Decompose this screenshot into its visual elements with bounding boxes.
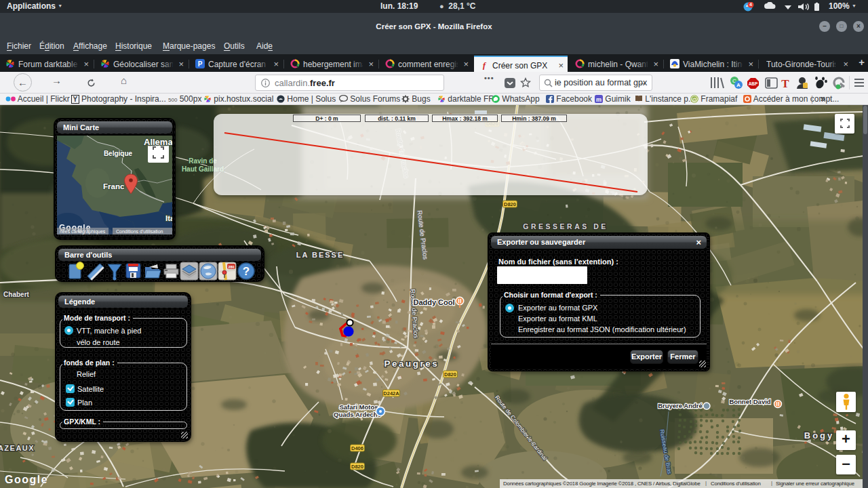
svg-text:D820: D820 (444, 371, 456, 378)
svg-text:@: @ (692, 96, 697, 102)
svg-text:Ravin de: Ravin de (189, 157, 217, 165)
svg-text:D406: D406 (351, 445, 363, 451)
svg-text:AZEAUX: AZEAUX (0, 444, 35, 452)
svg-text:T: T (781, 77, 789, 90)
svg-text:4: 4 (749, 2, 752, 7)
svg-text:f: f (483, 60, 487, 70)
svg-text:280: 280 (228, 265, 234, 269)
svg-text:A: A (736, 82, 741, 88)
svg-text:Conditions d'utilisation: Conditions d'utilisation (116, 229, 163, 234)
svg-text:Peaugres: Peaugres (384, 359, 439, 369)
svg-text:Chabert: Chabert (3, 291, 29, 298)
svg-text:Google: Google (5, 474, 48, 485)
svg-text:D242A: D242A (383, 390, 399, 396)
svg-text:m: m (596, 96, 601, 103)
svg-text:Daddy Cool: Daddy Cool (413, 298, 454, 306)
svg-text:ABP: ABP (749, 81, 758, 86)
svg-text:P: P (198, 60, 203, 68)
svg-text:D820: D820 (504, 201, 516, 207)
svg-text:GRESSERAS DE: GRESSERAS DE (523, 222, 608, 230)
svg-text:Safari Motos: Safari Motos (339, 403, 378, 411)
svg-text:Ita: Ita (165, 214, 172, 222)
svg-text:?: ? (243, 265, 250, 278)
svg-text:Bonnet David: Bonnet David (729, 398, 770, 405)
svg-text:Quads Ardeche: Quads Ardeche (334, 411, 381, 418)
svg-text:Belgique: Belgique (104, 150, 133, 157)
svg-text:LA BESSE: LA BESSE (296, 251, 344, 259)
svg-text:Allemagn: Allemagn (144, 137, 172, 147)
svg-text:Bogy: Bogy (804, 430, 835, 441)
svg-text:D820: D820 (351, 464, 363, 470)
svg-text:nées cartographiques: nées cartographiques (60, 229, 106, 235)
svg-text:Bruyere André: Bruyere André (658, 402, 703, 409)
svg-text:Franc: Franc (103, 182, 125, 190)
